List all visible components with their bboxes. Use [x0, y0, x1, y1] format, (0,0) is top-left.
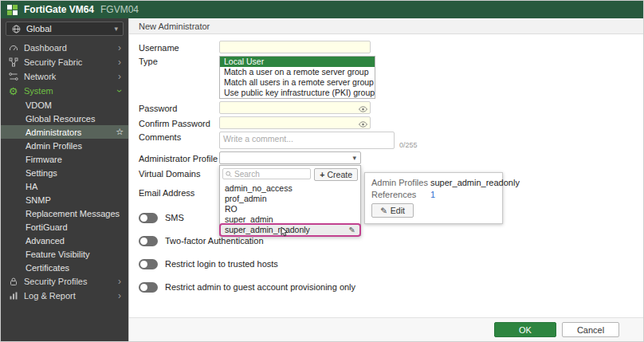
- sidebar-item-advanced[interactable]: Advanced: [1, 234, 128, 247]
- globe-icon: [11, 25, 22, 33]
- create-label: Create: [327, 170, 352, 179]
- eye-icon[interactable]: [359, 120, 367, 129]
- edit-profile-button[interactable]: ✎ Edit: [371, 203, 414, 218]
- page-title: New Administrator: [129, 18, 643, 34]
- sidebar-item-settings[interactable]: Settings: [1, 166, 128, 179]
- profile-option-label: super_admin_readonly: [225, 225, 310, 235]
- admin-profile-select-wrap: ▾ + Create ad: [219, 151, 361, 164]
- profile-option-super-admin-readonly[interactable]: super_admin_readonly ✎: [220, 225, 360, 235]
- type-option-remote-user[interactable]: Match a user on a remote server group: [220, 67, 375, 77]
- eye-icon[interactable]: [359, 104, 367, 114]
- profile-option-prof-admin[interactable]: prof_admin: [220, 194, 360, 204]
- app-title: FortiGate VM64: [24, 4, 94, 15]
- profile-search-input[interactable]: [234, 170, 308, 179]
- sidebar-item-global-resources[interactable]: Global Resources: [1, 112, 128, 125]
- popover-profile-value: super_admin_readonly: [430, 178, 520, 187]
- edit-pencil-icon[interactable]: ✎: [349, 225, 355, 235]
- top-bar: FortiGate VM64 FGVM04: [1, 1, 643, 18]
- comments-counter: 0/255: [399, 141, 418, 149]
- type-option-pki[interactable]: Use public key infrastructure (PKI) grou…: [220, 88, 375, 98]
- restrict-guest-toggle[interactable]: [139, 282, 158, 293]
- confirm-password-input[interactable]: [219, 116, 371, 129]
- sidebar-item-dashboard[interactable]: Dashboard ›: [1, 41, 128, 55]
- admin-profile-select[interactable]: ▾: [219, 151, 361, 164]
- password-input[interactable]: [219, 101, 371, 114]
- sidebar-item-snmp[interactable]: SNMP: [1, 193, 128, 206]
- fortinet-logo-icon: [7, 5, 18, 15]
- search-icon: [226, 171, 232, 178]
- sidebar-item-administrators[interactable]: Administrators ☆: [1, 125, 128, 139]
- sidebar-item-feature-visibility[interactable]: Feature Visibility: [1, 247, 128, 261]
- profile-option-ro[interactable]: RO: [220, 204, 360, 214]
- sidebar-item-log-report[interactable]: Log & Report ›: [1, 289, 128, 303]
- references-count[interactable]: 1: [430, 190, 435, 199]
- sidebar-item-vdom[interactable]: VDOM: [1, 98, 128, 112]
- network-icon: [8, 72, 18, 81]
- sidebar-item-fortiguard[interactable]: FortiGuard: [1, 220, 128, 234]
- restrict-hosts-row: Restrict login to trusted hosts: [139, 257, 643, 270]
- profile-option-admin-no-access[interactable]: admin_no_access: [220, 183, 360, 194]
- fabric-icon: [8, 57, 18, 67]
- comments-input[interactable]: [219, 132, 395, 149]
- mouse-cursor: [281, 226, 289, 237]
- two-factor-row: Two-factor Authentication: [139, 234, 643, 247]
- sidebar-item-firmware[interactable]: Firmware: [1, 152, 128, 166]
- cancel-button[interactable]: Cancel: [562, 322, 619, 337]
- profile-option-super-admin[interactable]: super_admin: [220, 214, 360, 225]
- lock-icon: [8, 277, 18, 286]
- gauge-icon: [8, 43, 18, 53]
- chart-icon: [8, 291, 18, 301]
- ok-button[interactable]: OK: [494, 322, 556, 337]
- sms-label: SMS: [165, 213, 184, 222]
- create-profile-button[interactable]: + Create: [314, 168, 358, 181]
- type-option-remote-group[interactable]: Match all users in a remote server group: [220, 77, 375, 88]
- sidebar-item-replacement-messages[interactable]: Replacement Messages: [1, 206, 128, 220]
- caret-down-icon: ▾: [352, 154, 356, 162]
- two-factor-toggle[interactable]: [139, 236, 158, 246]
- username-input[interactable]: [219, 41, 371, 53]
- chevron-right-icon: ›: [118, 43, 121, 53]
- gear-icon: ⚙: [8, 86, 18, 96]
- sidebar-item-label: Log & Report: [24, 291, 76, 301]
- popover-profile-label: Admin Profiles: [371, 178, 430, 187]
- sidebar-item-label: Security Profiles: [24, 277, 87, 286]
- favorite-star-icon[interactable]: ☆: [116, 127, 124, 137]
- profile-popover: Admin Profiles super_admin_readonly Refe…: [364, 172, 503, 224]
- sidebar-item-admin-profiles[interactable]: Admin Profiles: [1, 139, 128, 152]
- profile-search[interactable]: [222, 168, 311, 179]
- admin-profile-label: Administrator Profile: [139, 153, 219, 163]
- restrict-hosts-toggle[interactable]: [139, 259, 158, 269]
- chevron-right-icon: ›: [118, 72, 121, 81]
- screen: FortiGate VM64 FGVM04 Global ▾ Dashboard…: [0, 0, 644, 342]
- sidebar-item-certificates[interactable]: Certificates: [1, 261, 128, 274]
- new-administrator-form: Username Type Local User Match a user on…: [129, 34, 643, 293]
- comments-label: Comments: [139, 132, 219, 142]
- restrict-hosts-label: Restrict login to trusted hosts: [165, 259, 278, 269]
- sidebar-item-ha[interactable]: HA: [1, 179, 128, 193]
- type-listbox: Local User Match a user on a remote serv…: [219, 56, 375, 99]
- type-option-local-user[interactable]: Local User: [220, 57, 375, 67]
- comments-row: Comments 0/255: [139, 132, 643, 149]
- sidebar-item-system[interactable]: ⚙ System ›: [1, 84, 128, 98]
- chevron-right-icon: ›: [118, 57, 121, 67]
- popover-references-label: References: [371, 190, 430, 199]
- restrict-guest-row: Restrict admin to guest account provisio…: [139, 281, 643, 293]
- vdom-selector[interactable]: Global ▾: [6, 22, 124, 36]
- edit-label: Edit: [391, 206, 405, 215]
- virtual-domains-label: Virtual Domains: [139, 168, 219, 179]
- sms-toggle[interactable]: [139, 213, 158, 223]
- sidebar-item-label: Network: [24, 72, 56, 81]
- sidebar-item-security-profiles[interactable]: Security Profiles ›: [1, 274, 128, 289]
- sidebar-item-label: Security Fabric: [24, 57, 82, 67]
- confirm-password-label: Confirm Password: [139, 118, 219, 128]
- chevron-down-icon: ›: [115, 89, 124, 92]
- main-content: New Administrator Username Type Local Us…: [128, 18, 643, 341]
- username-label: Username: [139, 42, 219, 53]
- sidebar-item-security-fabric[interactable]: Security Fabric ›: [1, 55, 128, 69]
- caret-down-icon: ▾: [114, 25, 118, 33]
- chevron-right-icon: ›: [118, 277, 121, 286]
- sidebar-item-label: Dashboard: [24, 43, 67, 53]
- plus-icon: +: [320, 170, 324, 179]
- sidebar-item-network[interactable]: Network ›: [1, 69, 128, 84]
- email-label: Email Address: [139, 187, 219, 198]
